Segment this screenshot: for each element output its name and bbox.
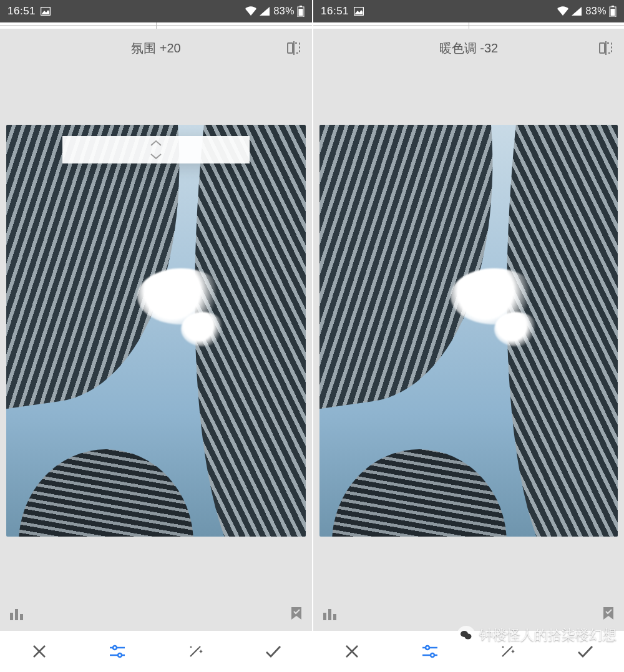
- bottom-bar: [313, 631, 624, 672]
- slider-center-tick: [156, 22, 157, 29]
- svg-point-12: [118, 653, 122, 657]
- battery-icon: [609, 6, 617, 17]
- bookmark-icon[interactable]: [290, 606, 303, 621]
- value-slider[interactable]: [0, 22, 312, 29]
- lower-strip: [0, 596, 312, 631]
- image-icon: [354, 7, 364, 16]
- chevron-down-icon[interactable]: [62, 150, 250, 163]
- photo-shape: [19, 449, 193, 537]
- cellular-icon: [260, 7, 270, 16]
- svg-point-10: [113, 646, 117, 650]
- svg-rect-20: [323, 613, 326, 620]
- compare-button[interactable]: [598, 29, 614, 67]
- svg-rect-6: [10, 613, 13, 620]
- apply-button[interactable]: [568, 634, 603, 669]
- svg-rect-18: [600, 43, 605, 53]
- photo-preview[interactable]: [6, 125, 306, 537]
- battery-percent: 83%: [585, 6, 607, 17]
- svg-point-27: [502, 646, 504, 648]
- compare-button[interactable]: [286, 29, 302, 67]
- magic-button[interactable]: [178, 634, 213, 669]
- svg-rect-22: [333, 614, 336, 620]
- image-icon: [41, 7, 51, 16]
- battery-percent: 83%: [273, 6, 295, 17]
- status-time: 16:51: [321, 5, 349, 17]
- current-adjustment-title: 氛围 +20: [0, 40, 312, 57]
- bottom-bar: [0, 631, 312, 672]
- title-row: 暖色调 -32: [313, 29, 624, 67]
- photo-shape: [181, 312, 225, 346]
- wifi-icon: [557, 6, 569, 16]
- chevron-up-icon[interactable]: [62, 136, 250, 150]
- image-area[interactable]: [0, 67, 312, 596]
- value-slider[interactable]: [313, 22, 624, 29]
- svg-rect-17: [611, 9, 615, 16]
- photo-shape: [332, 449, 507, 537]
- wifi-icon: [245, 6, 257, 16]
- adjust-button[interactable]: [412, 634, 447, 669]
- svg-rect-4: [288, 43, 293, 53]
- apply-button[interactable]: [256, 634, 291, 669]
- screen-right: 16:51 83% 暖色调 -32: [312, 0, 624, 672]
- adjust-button[interactable]: [100, 634, 135, 669]
- svg-rect-7: [15, 609, 18, 620]
- slider-center-tick: [469, 22, 469, 29]
- histogram-icon[interactable]: [322, 606, 338, 620]
- image-area[interactable]: [313, 67, 624, 596]
- magic-button[interactable]: [490, 634, 525, 669]
- cellular-icon: [572, 7, 582, 16]
- histogram-icon[interactable]: [9, 606, 25, 620]
- photo-preview[interactable]: [319, 125, 618, 537]
- svg-point-26: [431, 653, 434, 657]
- status-bar: 16:51 83%: [313, 0, 624, 22]
- battery-icon: [297, 6, 305, 17]
- svg-point-24: [426, 646, 429, 650]
- cancel-button[interactable]: [334, 634, 369, 669]
- bookmark-icon[interactable]: [602, 606, 615, 621]
- adjustments-panel[interactable]: [62, 136, 250, 163]
- status-time: 16:51: [7, 5, 36, 17]
- status-bar: 16:51 83%: [0, 0, 312, 22]
- svg-rect-3: [299, 9, 303, 16]
- svg-point-13: [190, 646, 192, 648]
- svg-rect-8: [20, 614, 23, 620]
- screen-left: 16:51 83% 氛围 +20: [0, 0, 312, 672]
- lower-strip: [313, 596, 624, 631]
- cancel-button[interactable]: [22, 634, 57, 669]
- title-row: 氛围 +20: [0, 29, 312, 67]
- photo-shape: [494, 312, 538, 346]
- current-adjustment-title: 暖色调 -32: [313, 40, 624, 57]
- svg-rect-21: [328, 609, 331, 620]
